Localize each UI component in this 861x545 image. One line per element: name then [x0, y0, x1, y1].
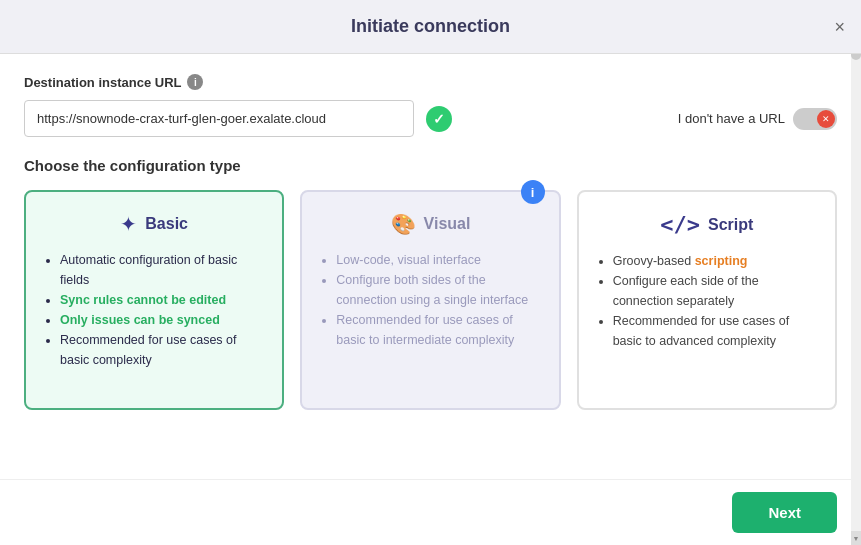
scripting-highlight: scripting [695, 254, 748, 268]
next-button[interactable]: Next [732, 492, 837, 533]
modal-footer: Next [0, 479, 861, 545]
section-title: Choose the configuration type [24, 157, 837, 174]
check-icon: ✓ [426, 106, 452, 132]
card-script-list: Groovy-based scripting Configure each si… [595, 251, 819, 351]
list-item: Recommended for use cases of basic compl… [60, 330, 266, 370]
scroll-down-arrow[interactable]: ▼ [851, 531, 861, 545]
card-basic-list: Automatic configuration of basic fields … [42, 250, 266, 370]
code-icon: </> [660, 212, 700, 237]
highlight-green: Sync rules cannot be edited [60, 293, 226, 307]
modal: ▲ ▼ Initiate connection × Destination in… [0, 0, 861, 545]
list-item: Sync rules cannot be edited [60, 290, 266, 310]
palette-icon: 🎨 [391, 212, 416, 236]
card-visual-title: Visual [424, 215, 471, 233]
card-script-title: Script [708, 216, 753, 234]
card-basic-header: ✦ Basic [42, 212, 266, 236]
list-item: Recommended for use cases of basic to in… [336, 310, 542, 350]
card-script[interactable]: </> Script Groovy-based scripting Config… [577, 190, 837, 410]
card-script-header: </> Script [595, 212, 819, 237]
magic-icon: ✦ [120, 212, 137, 236]
no-url-toggle-wrap: I don't have a URL ✕ [678, 108, 837, 130]
list-item: Groovy-based scripting [613, 251, 819, 271]
highlight-green: Only issues can be synced [60, 313, 220, 327]
no-url-label: I don't have a URL [678, 111, 785, 126]
modal-body: Destination instance URL i ✓ I don't hav… [0, 54, 861, 479]
modal-header: Initiate connection × [0, 0, 861, 54]
list-item: Recommended for use cases of basic to ad… [613, 311, 819, 351]
field-label-text: Destination instance URL [24, 75, 181, 90]
cards-row: ✦ Basic Automatic configuration of basic… [24, 190, 837, 410]
modal-title: Initiate connection [351, 16, 510, 37]
card-visual-list: Low-code, visual interface Configure bot… [318, 250, 542, 350]
close-button[interactable]: × [834, 18, 845, 36]
list-item: Only issues can be synced [60, 310, 266, 330]
url-input[interactable] [24, 100, 414, 137]
list-item: Configure both sides of the connection u… [336, 270, 542, 310]
scrollbar-track[interactable]: ▲ ▼ [851, 0, 861, 545]
info-icon[interactable]: i [187, 74, 203, 90]
card-visual-header: 🎨 Visual [318, 212, 542, 236]
destination-url-label: Destination instance URL i [24, 74, 837, 90]
list-item: Automatic configuration of basic fields [60, 250, 266, 290]
card-visual[interactable]: i 🎨 Visual Low-code, visual interface Co… [300, 190, 560, 410]
no-url-toggle[interactable]: ✕ [793, 108, 837, 130]
card-basic-title: Basic [145, 215, 188, 233]
toggle-knob: ✕ [817, 110, 835, 128]
url-row: ✓ I don't have a URL ✕ [24, 100, 837, 137]
visual-badge: i [521, 180, 545, 204]
list-item: Configure each side of the connection se… [613, 271, 819, 311]
card-basic[interactable]: ✦ Basic Automatic configuration of basic… [24, 190, 284, 410]
list-item: Low-code, visual interface [336, 250, 542, 270]
